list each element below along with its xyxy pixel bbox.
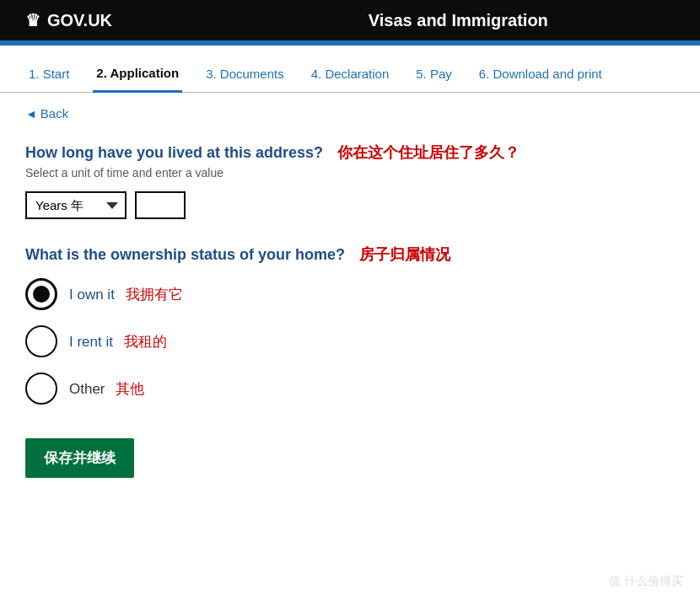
site-header: ♛ GOV.UK Visas and Immigration — [0, 0, 700, 40]
step-4[interactable]: 4. Declaration — [308, 60, 393, 91]
site-title: Visas and Immigration — [242, 11, 675, 30]
question1-label: How long have you lived at this address?… — [25, 142, 675, 163]
radio-own[interactable]: I own it 我拥有它 — [25, 278, 675, 310]
time-unit-select[interactable]: Years 年 Months 月 Days 天 — [25, 191, 127, 219]
step-nav: 1. Start 2. Application 3. Documents 4. … — [0, 46, 700, 93]
radio-other-label-cn: 其他 — [116, 381, 144, 397]
main-content: How long have you lived at this address?… — [0, 134, 700, 503]
radio-own-label: I own it 我拥有它 — [69, 285, 183, 304]
time-value-input[interactable] — [135, 191, 186, 219]
radio-other-label-en: Other — [69, 381, 105, 397]
radio-rent-label-en: I rent it — [69, 334, 113, 350]
radio-own-circle — [25, 278, 57, 310]
back-label: Back — [40, 106, 68, 121]
step-3[interactable]: 3. Documents — [202, 60, 288, 91]
crown-icon: ♛ — [25, 10, 40, 30]
question1-hint: Select a unit of time and enter a value — [25, 166, 675, 180]
radio-other-label: Other 其他 — [69, 379, 144, 399]
radio-own-inner — [33, 286, 50, 303]
step-6[interactable]: 6. Download and print — [476, 60, 606, 91]
question2-text-en: What is the ownership status of your hom… — [25, 246, 345, 263]
question2-text-cn: 房子归属情况 — [359, 246, 450, 263]
step-1[interactable]: 1. Start — [25, 60, 73, 91]
radio-own-label-en: I own it — [69, 287, 115, 303]
logo-text: GOV.UK — [47, 11, 112, 30]
radio-other[interactable]: Other 其他 — [25, 373, 675, 405]
question1-text-en: How long have you lived at this address? — [25, 144, 323, 161]
question2-block: What is the ownership status of your hom… — [25, 244, 675, 405]
radio-own-label-cn: 我拥有它 — [126, 287, 183, 303]
ownership-radio-group: I own it 我拥有它 I rent it 我租的 Other 其他 — [25, 278, 675, 405]
question2-label: What is the ownership status of your hom… — [25, 244, 675, 265]
step-5[interactable]: 5. Pay — [412, 60, 455, 91]
question1-block: How long have you lived at this address?… — [25, 142, 675, 219]
save-button[interactable]: 保存并继续 — [25, 438, 134, 478]
step-2[interactable]: 2. Application — [93, 59, 182, 93]
time-input-row: Years 年 Months 月 Days 天 — [25, 191, 675, 219]
radio-rent-label: I rent it 我租的 — [69, 332, 167, 351]
back-arrow-icon: ◄ — [25, 107, 37, 121]
radio-other-circle — [25, 373, 57, 405]
question1-text-cn: 你在这个住址居住了多久？ — [337, 144, 520, 161]
back-link[interactable]: ◄ Back — [25, 106, 68, 121]
gov-logo: ♛ GOV.UK — [25, 10, 242, 30]
radio-rent-circle — [25, 325, 57, 357]
radio-rent[interactable]: I rent it 我租的 — [25, 325, 675, 357]
radio-rent-label-cn: 我租的 — [124, 334, 167, 350]
